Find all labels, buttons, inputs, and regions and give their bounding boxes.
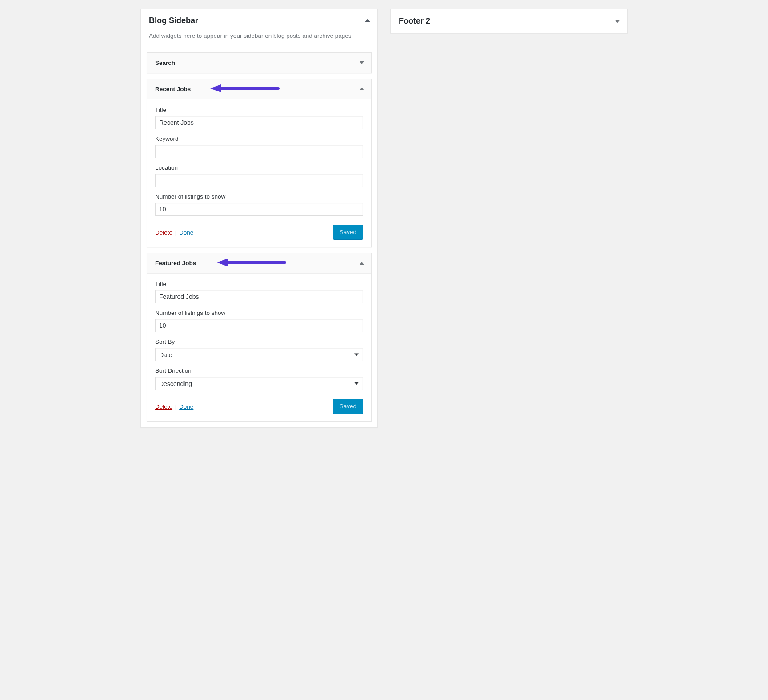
chevron-up-icon	[360, 262, 364, 265]
blog-sidebar-title: Blog Sidebar	[149, 16, 369, 25]
recent-jobs-num-label: Number of listings to show	[155, 193, 363, 200]
recent-jobs-done-link[interactable]: Done	[179, 229, 193, 236]
widget-list: Search Recent Jobs	[141, 52, 377, 428]
featured-jobs-title-label: Title	[155, 281, 363, 287]
widget-recent-jobs-body: Title Keyword Location Number of	[147, 99, 371, 247]
widget-featured-jobs-header[interactable]: Featured Jobs	[147, 253, 371, 274]
chevron-up-icon	[365, 19, 370, 22]
widget-recent-jobs-header[interactable]: Recent Jobs	[147, 79, 371, 99]
recent-jobs-saved-button[interactable]: Saved	[333, 225, 363, 240]
widget-search: Search	[147, 52, 372, 73]
featured-jobs-sortdir-label: Sort Direction	[155, 367, 363, 374]
separator: |	[175, 229, 177, 236]
recent-jobs-keyword-label: Keyword	[155, 135, 363, 142]
annotation-arrow-icon	[209, 83, 280, 94]
recent-jobs-title-input[interactable]	[155, 116, 363, 129]
svg-marker-1	[210, 84, 221, 92]
recent-jobs-keyword-input[interactable]	[155, 145, 363, 158]
recent-jobs-location-input[interactable]	[155, 174, 363, 187]
featured-jobs-title-input[interactable]	[155, 290, 363, 303]
widget-recent-jobs: Recent Jobs Title	[147, 79, 372, 247]
blog-sidebar-header[interactable]: Blog Sidebar	[141, 9, 377, 32]
widget-recent-jobs-title: Recent Jobs	[155, 86, 191, 92]
recent-jobs-delete-link[interactable]: Delete	[155, 229, 172, 236]
featured-jobs-sortby-select[interactable]: Date	[155, 348, 363, 361]
chevron-up-icon	[360, 88, 364, 90]
recent-jobs-num-input[interactable]	[155, 203, 363, 216]
chevron-down-icon	[360, 61, 364, 64]
footer2-header[interactable]: Footer 2	[391, 9, 627, 33]
blog-sidebar-panel: Blog Sidebar Add widgets here to appear …	[140, 9, 378, 428]
widget-featured-jobs: Featured Jobs Title	[147, 253, 372, 422]
blog-sidebar-description: Add widgets here to appear in your sideb…	[141, 32, 377, 47]
featured-jobs-done-link[interactable]: Done	[179, 403, 193, 410]
featured-jobs-saved-button[interactable]: Saved	[333, 399, 363, 414]
featured-jobs-delete-link[interactable]: Delete	[155, 403, 172, 410]
featured-jobs-sortby-label: Sort By	[155, 338, 363, 345]
chevron-down-icon	[615, 20, 620, 23]
featured-jobs-sortdir-select[interactable]: Descending	[155, 377, 363, 390]
recent-jobs-location-label: Location	[155, 164, 363, 171]
featured-jobs-num-label: Number of listings to show	[155, 310, 363, 316]
featured-jobs-num-input[interactable]	[155, 319, 363, 332]
widget-featured-jobs-title: Featured Jobs	[155, 260, 196, 266]
widget-featured-jobs-body: Title Number of listings to show Sort By	[147, 274, 371, 421]
svg-marker-3	[217, 259, 228, 266]
widget-search-title: Search	[155, 60, 175, 66]
widget-search-header[interactable]: Search	[147, 53, 371, 73]
footer2-title: Footer 2	[399, 16, 619, 26]
footer2-panel: Footer 2	[390, 9, 628, 33]
separator: |	[175, 403, 177, 410]
recent-jobs-title-label: Title	[155, 107, 363, 113]
annotation-arrow-icon	[216, 257, 287, 268]
